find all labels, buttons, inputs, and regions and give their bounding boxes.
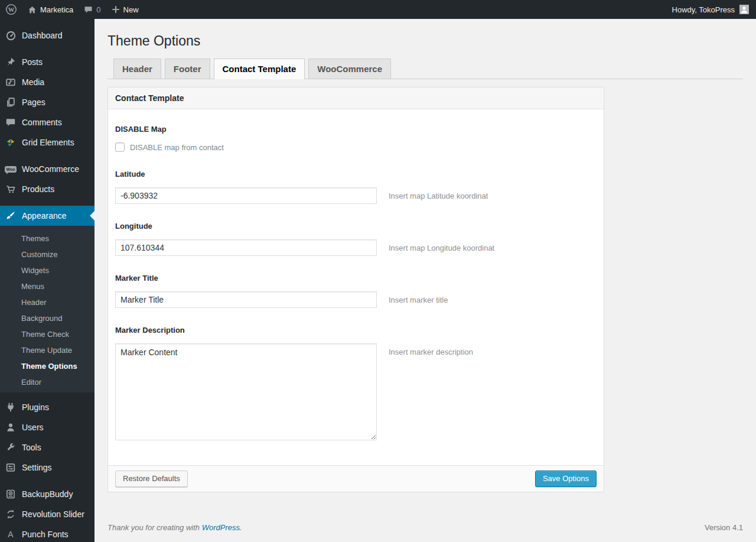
sidebar-item-label: Tools: [22, 443, 41, 452]
plus-icon: [112, 5, 120, 14]
longitude-input[interactable]: [115, 239, 377, 256]
disable-map-field: DISABLE Map DISABLE map from contact: [115, 125, 597, 152]
page-footer: Thank you for creating with WordPress. V…: [107, 523, 743, 532]
site-name-menu[interactable]: Marketica: [22, 0, 79, 19]
footer-thanks-text: Thank you for creating with WordPress.: [107, 523, 242, 532]
latitude-field: Latitude Insert map Latitude koordinat: [115, 170, 597, 204]
sidebar-item-products[interactable]: Products: [0, 179, 94, 199]
user-avatar: [739, 5, 749, 14]
panel-footer: Restore Defaults Save Options: [108, 465, 604, 492]
appearance-submenu: Themes Customize Widgets Menus Header Ba…: [0, 226, 94, 392]
tab-header[interactable]: Header: [113, 59, 161, 79]
disable-map-checkbox-label: DISABLE map from contact: [130, 143, 224, 152]
sidebar-item-label: Dashboard: [22, 31, 63, 40]
new-content-menu[interactable]: New: [106, 0, 144, 19]
panel-title: Contact Template: [108, 87, 604, 109]
new-label: New: [123, 5, 139, 14]
version-label: Version 4.1: [705, 523, 743, 532]
sidebar-item-label: Grid Elements: [22, 138, 74, 147]
sidebar-item-backupbuddy[interactable]: BackupBuddy: [0, 484, 94, 504]
sidebar-item-tools[interactable]: Tools: [0, 437, 94, 457]
submenu-item-theme-update[interactable]: Theme Update: [0, 342, 94, 358]
marker-title-input[interactable]: [115, 291, 377, 308]
sidebar-item-pages[interactable]: Pages: [0, 92, 94, 112]
refresh-arrows-icon: [5, 508, 17, 520]
letter-a-icon: A: [5, 528, 17, 540]
latitude-help-text: Insert map Latitude koordinat: [389, 187, 488, 200]
submenu-item-theme-check[interactable]: Theme Check: [0, 326, 94, 342]
paintbrush-icon: [5, 210, 17, 222]
tab-woocommerce[interactable]: WooCommerce: [308, 59, 391, 79]
sidebar-item-label: Users: [22, 423, 44, 432]
field-label: Marker Description: [115, 326, 597, 335]
submenu-item-header[interactable]: Header: [0, 294, 94, 310]
sidebar-item-comments[interactable]: Comments: [0, 112, 94, 132]
admin-bar-left: W Marketica 0 New: [0, 0, 144, 19]
sidebar-item-users[interactable]: Users: [0, 417, 94, 437]
admin-bar: W Marketica 0 New Howdy, TokoPress: [0, 0, 756, 19]
sidebar-item-dashboard[interactable]: Dashboard: [0, 25, 94, 46]
sidebar-item-appearance[interactable]: Appearance: [0, 206, 94, 226]
pages-icon: [5, 96, 17, 108]
latitude-input[interactable]: [115, 187, 377, 204]
woocommerce-badge-icon: Woo: [5, 163, 17, 175]
comment-bubble-icon: [84, 5, 93, 14]
save-options-button[interactable]: Save Options: [535, 470, 597, 487]
sidebar-item-plugins[interactable]: Plugins: [0, 397, 94, 417]
sidebar-item-label: Plugins: [22, 403, 49, 412]
disable-map-checkbox[interactable]: [115, 142, 125, 152]
page-title: Theme Options: [107, 33, 743, 50]
wordpress-logo-icon: W: [5, 4, 17, 15]
submenu-item-theme-options[interactable]: Theme Options: [0, 358, 94, 374]
restore-defaults-button[interactable]: Restore Defaults: [115, 470, 188, 487]
wordpress-link[interactable]: WordPress: [202, 523, 240, 532]
thanks-prefix: Thank you for creating with: [107, 523, 202, 532]
submenu-item-widgets[interactable]: Widgets: [0, 262, 94, 278]
disable-map-checkbox-row: DISABLE map from contact: [115, 142, 597, 152]
sidebar-item-punch-fonts[interactable]: A Punch Fonts: [0, 524, 94, 542]
admin-sidebar: Dashboard Posts Media Pages Comments Gri…: [0, 19, 94, 542]
longitude-help-text: Insert map Longitude koordinat: [389, 239, 494, 252]
tab-contact-template[interactable]: Contact Template: [214, 59, 305, 79]
thanks-suffix: .: [240, 523, 242, 532]
plug-icon: [5, 401, 17, 413]
longitude-field: Longitude Insert map Longitude koordinat: [115, 222, 597, 256]
submenu-item-customize[interactable]: Customize: [0, 246, 94, 262]
submenu-item-editor[interactable]: Editor: [0, 374, 94, 390]
grid-elements-icon: [5, 137, 17, 148]
sidebar-item-label: Media: [22, 77, 44, 87]
marker-description-textarea[interactable]: Marker Content: [115, 343, 377, 440]
sidebar-item-posts[interactable]: Posts: [0, 52, 94, 72]
contact-template-panel: Contact Template DISABLE Map DISABLE map…: [107, 87, 604, 492]
account-menu[interactable]: Howdy, TokoPress: [665, 0, 756, 19]
sidebar-item-label: Posts: [22, 57, 43, 67]
field-label: Latitude: [115, 170, 597, 178]
wp-logo-menu[interactable]: W: [0, 0, 22, 19]
sidebar-item-label: Revolution Slider: [22, 509, 84, 519]
wrench-icon: [5, 442, 17, 453]
dashboard-icon: [5, 30, 17, 41]
active-menu-arrow: [85, 211, 94, 220]
marker-title-help-text: Insert marker title: [389, 291, 448, 304]
sidebar-item-grid-elements[interactable]: Grid Elements: [0, 132, 94, 152]
field-label: DISABLE Map: [115, 125, 597, 134]
sidebar-item-media[interactable]: Media: [0, 72, 94, 92]
site-name-label: Marketica: [40, 5, 73, 14]
submenu-item-menus[interactable]: Menus: [0, 278, 94, 294]
comments-menu[interactable]: 0: [79, 0, 106, 19]
sidebar-item-revolution-slider[interactable]: Revolution Slider: [0, 504, 94, 524]
sidebar-item-woocommerce[interactable]: Woo WooCommerce: [0, 159, 94, 179]
sidebar-item-label: Punch Fonts: [22, 530, 69, 539]
submenu-item-background[interactable]: Background: [0, 310, 94, 326]
settings-sliders-icon: [5, 462, 17, 473]
home-icon: [28, 5, 37, 14]
submenu-item-themes[interactable]: Themes: [0, 231, 94, 246]
sidebar-item-settings[interactable]: Settings: [0, 457, 94, 478]
sidebar-item-label: BackupBuddy: [22, 489, 73, 499]
sidebar-item-label: Comments: [22, 118, 62, 127]
pushpin-icon: [5, 56, 17, 68]
comment-count: 0: [96, 5, 100, 14]
tab-footer[interactable]: Footer: [165, 59, 210, 79]
svg-text:W: W: [8, 7, 15, 13]
media-icon: [5, 76, 17, 88]
